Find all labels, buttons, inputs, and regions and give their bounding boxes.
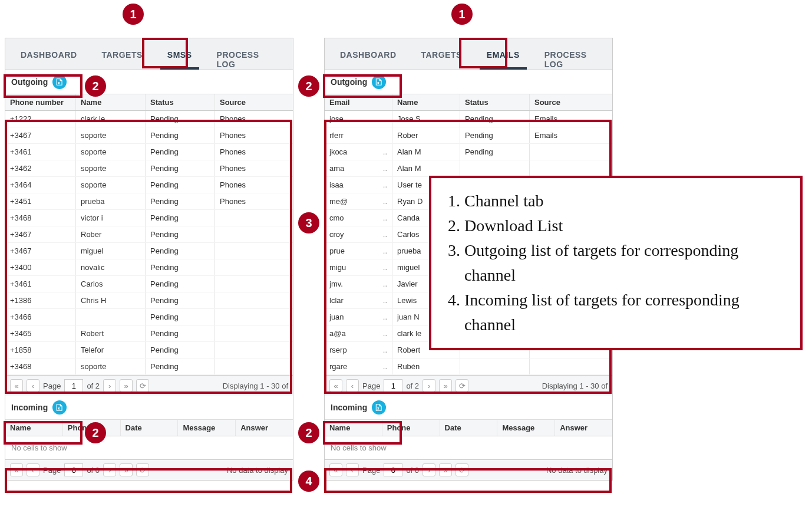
- col-message[interactable]: Message: [497, 420, 555, 436]
- table-row[interactable]: +3465RobertPending: [5, 325, 293, 342]
- cell-name: Rober: [392, 127, 460, 143]
- outgoing-label: Outgoing: [11, 77, 48, 87]
- cell-status: Pending: [146, 276, 215, 292]
- table-row[interactable]: +3466Pending: [5, 309, 293, 325]
- col-date[interactable]: Date: [440, 420, 498, 436]
- page-input[interactable]: [384, 379, 402, 392]
- tab-dashboard[interactable]: DASHBOARD: [14, 45, 84, 70]
- page-label: Page: [43, 466, 61, 475]
- first-page-icon[interactable]: «: [10, 463, 23, 476]
- cell-name: Alan M: [392, 160, 460, 176]
- col-name[interactable]: Name: [325, 420, 382, 436]
- table-row[interactable]: jkoca..Alan MPending: [325, 144, 612, 160]
- table-row[interactable]: +3468victor iPending: [5, 210, 293, 226]
- tab-bar: DASHBOARD TARGETS SMSS PROCESS LOG: [5, 38, 293, 70]
- cell-status: Pending: [146, 127, 215, 143]
- table-row[interactable]: rgare..Rubén: [325, 358, 612, 375]
- col-source[interactable]: Source: [530, 94, 612, 110]
- excel-export-icon[interactable]: [372, 75, 386, 89]
- table-row[interactable]: +3461soportePendingPhones: [5, 144, 293, 160]
- refresh-icon[interactable]: ⟳: [455, 379, 468, 392]
- prev-page-icon[interactable]: ‹: [346, 463, 359, 476]
- table-row[interactable]: +1858TeleforPending: [5, 342, 293, 358]
- col-date[interactable]: Date: [121, 420, 179, 436]
- col-name[interactable]: Name: [392, 94, 460, 110]
- next-page-icon[interactable]: ›: [422, 379, 435, 392]
- col-name[interactable]: Name: [5, 420, 63, 436]
- col-message[interactable]: Message: [178, 420, 236, 436]
- col-status[interactable]: Status: [146, 94, 215, 110]
- next-page-icon[interactable]: ›: [103, 463, 116, 476]
- page-input[interactable]: [384, 463, 402, 476]
- cell-email: migu..: [325, 259, 392, 275]
- table-row[interactable]: +3468soportePending: [5, 358, 293, 375]
- table-row[interactable]: +3467RoberPending: [5, 226, 293, 243]
- tab-smss[interactable]: SMSS: [160, 45, 199, 70]
- table-row[interactable]: rferrRoberPendingEmails: [325, 127, 612, 144]
- tab-process-log[interactable]: PROCESS LOG: [537, 45, 594, 70]
- table-row[interactable]: +3467miguelPending: [5, 243, 293, 259]
- col-name[interactable]: Name: [76, 94, 146, 110]
- prev-page-icon[interactable]: ‹: [27, 463, 39, 476]
- col-answer[interactable]: Answer: [236, 420, 293, 436]
- tab-dashboard[interactable]: DASHBOARD: [333, 45, 404, 70]
- page-input[interactable]: [64, 379, 83, 392]
- last-page-icon[interactable]: »: [120, 463, 133, 476]
- col-phone[interactable]: Phone number: [5, 94, 76, 110]
- table-row[interactable]: joseJose SPendingEmails: [325, 111, 612, 127]
- table-row[interactable]: +3400novalicPending: [5, 259, 293, 276]
- cell-status: Pending: [146, 309, 215, 325]
- tab-process-log[interactable]: PROCESS LOG: [210, 45, 274, 70]
- excel-export-icon[interactable]: [52, 400, 67, 415]
- table-row[interactable]: +3464soportePendingPhones: [5, 177, 293, 193]
- first-page-icon[interactable]: «: [329, 463, 342, 476]
- cell-status: Pending: [146, 226, 215, 242]
- cell-source: [215, 276, 293, 292]
- table-row[interactable]: +3461CarlosPending: [5, 276, 293, 292]
- prev-page-icon[interactable]: ‹: [27, 379, 39, 392]
- refresh-icon[interactable]: ⟳: [136, 463, 149, 476]
- table-row[interactable]: +3467soportePendingPhones: [5, 127, 293, 144]
- col-email[interactable]: Email: [325, 94, 392, 110]
- col-phone[interactable]: Phone: [382, 420, 440, 436]
- col-source[interactable]: Source: [215, 94, 293, 110]
- table-row[interactable]: +3462soportePendingPhones: [5, 160, 293, 177]
- table-row[interactable]: +1222clark lePendingPhones: [5, 111, 293, 127]
- first-page-icon[interactable]: «: [329, 379, 342, 392]
- next-page-icon[interactable]: ›: [103, 379, 116, 392]
- cell-email: rferr: [325, 127, 392, 143]
- col-answer[interactable]: Answer: [555, 420, 612, 436]
- tab-targets[interactable]: TARGETS: [414, 45, 469, 70]
- excel-export-icon[interactable]: [52, 75, 67, 89]
- cell-phone: +3461: [5, 144, 76, 160]
- cell-status: [460, 160, 530, 176]
- table-row[interactable]: +3451pruebaPendingPhones: [5, 193, 293, 210]
- excel-export-icon[interactable]: [372, 400, 386, 415]
- tab-emails[interactable]: EMAILS: [480, 45, 527, 70]
- page-of: of 0: [406, 466, 419, 475]
- first-page-icon[interactable]: «: [10, 379, 23, 392]
- refresh-icon[interactable]: ⟳: [455, 463, 468, 476]
- cell-phone: +3467: [5, 243, 76, 259]
- refresh-icon[interactable]: ⟳: [136, 379, 149, 392]
- cell-status: Pending: [146, 358, 215, 374]
- prev-page-icon[interactable]: ‹: [346, 379, 359, 392]
- table-row[interactable]: +1386Chris HPending: [5, 292, 293, 309]
- next-page-icon[interactable]: ›: [422, 463, 435, 476]
- cell-source: Phones: [215, 127, 293, 143]
- dots-icon: ..: [383, 230, 387, 239]
- incoming-header: Incoming: [325, 396, 612, 420]
- cell-name: soporte: [76, 127, 146, 143]
- cell-name: clark le: [76, 111, 146, 127]
- tab-bar: DASHBOARD TARGETS EMAILS PROCESS LOG: [325, 38, 612, 70]
- last-page-icon[interactable]: »: [439, 379, 452, 392]
- last-page-icon[interactable]: »: [120, 379, 133, 392]
- page-input[interactable]: [64, 463, 83, 476]
- table-row[interactable]: ama..Alan M: [325, 160, 612, 177]
- last-page-icon[interactable]: »: [439, 463, 452, 476]
- cell-status: Pending: [146, 342, 215, 358]
- cell-source: [530, 144, 612, 160]
- tab-targets[interactable]: TARGETS: [95, 45, 150, 70]
- col-status[interactable]: Status: [460, 94, 530, 110]
- cell-phone: +3461: [5, 276, 76, 292]
